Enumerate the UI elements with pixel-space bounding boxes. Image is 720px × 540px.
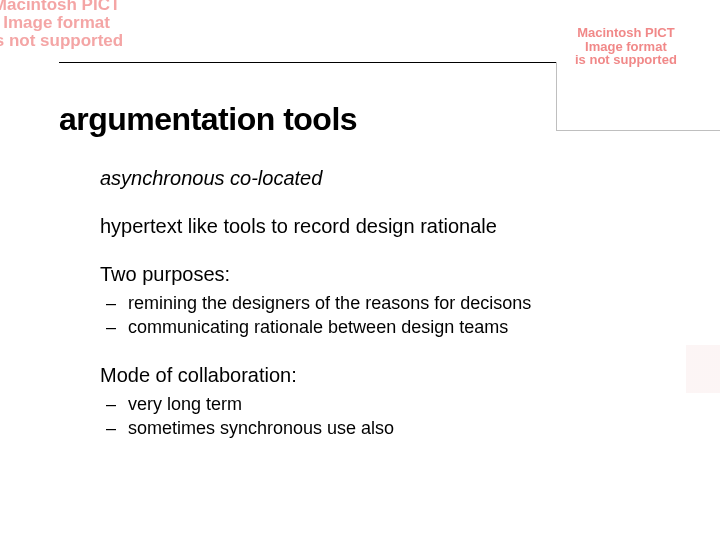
body-line: hypertext like tools to record design ra… [100,213,660,239]
pict-error-line: is not supported [0,31,123,50]
list-item: communicating rationale between design t… [100,315,660,339]
bullet-list-mode: very long term sometimes synchronous use… [100,392,660,441]
placeholder-block-right [686,345,720,393]
subtitle-line: asynchronous co-located [100,165,660,191]
pict-error-line: Macintosh PICT [0,0,120,14]
list-item: very long term [100,392,660,416]
pict-error-top-right: Macintosh PICT Image format is not suppo… [575,26,677,67]
divider [59,62,556,63]
slide-body: asynchronous co-located hypertext like t… [100,165,660,462]
bullet-list-purposes: remining the designers of the reasons fo… [100,291,660,340]
list-item: sometimes synchronous use also [100,416,660,440]
slide: Macintosh PICT Image format is not suppo… [0,0,720,540]
slide-title: argumentation tools [59,101,357,138]
section-heading: Mode of collaboration: [100,362,660,388]
section-heading: Two purposes: [100,261,660,287]
pict-error-line: Image format [3,13,110,32]
placeholder-box-top-right [556,62,720,131]
list-item: remining the designers of the reasons fo… [100,291,660,315]
pict-error-line: Image format [585,39,667,54]
pict-error-top-left: Macintosh PICT Image format is not suppo… [0,0,123,50]
pict-error-line: Macintosh PICT [577,25,675,40]
